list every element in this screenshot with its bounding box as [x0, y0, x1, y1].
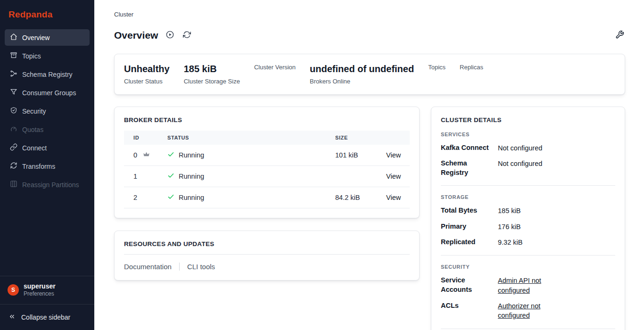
broker-details-title: BROKER DETAILS [124, 116, 410, 124]
sidebar-item-consumer-groups[interactable]: Consumer Groups [5, 84, 90, 101]
stat-cluster-status: Unhealthy Cluster Status [124, 64, 170, 85]
detail-label: Service Accounts [441, 276, 490, 295]
redpanda-logo[interactable]: Redpanda [0, 0, 94, 28]
col-header-id: ID [124, 131, 162, 145]
detail-value: 9.32 kiB [498, 238, 522, 247]
stat-topics: Topics [428, 64, 446, 71]
play-circle-icon [165, 30, 174, 41]
detail-label: Kafka Connect [441, 143, 490, 153]
detail-label: Schema Registry [441, 159, 490, 177]
detail-row: Primary 176 kiB [441, 222, 615, 231]
stat-value: undefined of undefined [310, 64, 414, 74]
breadcrumb[interactable]: Cluster [114, 11, 625, 18]
page-title: Overview [114, 30, 158, 41]
cli-tools-link[interactable]: CLI tools [187, 263, 215, 271]
stat-brokers-online: undefined of undefined Brokers Online [310, 64, 414, 85]
documentation-link[interactable]: Documentation [124, 263, 172, 271]
sidebar-item-label: Topics [22, 52, 41, 60]
controller-crown-icon [143, 151, 150, 159]
broker-id: 1 [133, 173, 137, 180]
broker-id: 2 [133, 194, 137, 201]
stat-cluster-storage-size: 185 kiB Cluster Storage Size [184, 64, 240, 85]
collapse-sidebar-label: Collapse sidebar [21, 314, 70, 321]
sidebar-item-topics[interactable]: Topics [5, 48, 90, 64]
settings-wrench-button[interactable] [614, 29, 625, 41]
check-icon [167, 151, 174, 159]
detail-row: Replicated 9.32 kiB [441, 238, 615, 247]
security-shield-icon [10, 107, 17, 116]
wrench-icon [615, 30, 624, 41]
storage-heading: STORAGE [441, 194, 615, 200]
sidebar-item-label: Consumer Groups [22, 89, 76, 97]
detail-value: Not configured [498, 143, 542, 153]
detail-row: Total Bytes 185 kiB [441, 206, 615, 215]
detail-label: Total Bytes [441, 206, 490, 215]
broker-status: Running [179, 194, 204, 201]
connect-link-icon [10, 143, 17, 152]
detail-value: 176 kiB [498, 222, 520, 231]
stat-label: Cluster Version [254, 64, 296, 71]
divider [441, 329, 615, 329]
sidebar-item-overview[interactable]: Overview [5, 29, 90, 46]
cluster-details-title: CLUSTER DETAILS [441, 116, 615, 124]
authorizer-not-configured-link[interactable]: Authorizer not configured [498, 301, 569, 321]
sidebar-item-security[interactable]: Security [5, 103, 90, 119]
user-section[interactable]: S superuser Preferences [0, 276, 94, 304]
refresh-button[interactable] [182, 30, 192, 41]
services-heading: SERVICES [441, 132, 615, 137]
check-icon [167, 193, 174, 202]
divider [441, 255, 615, 256]
broker-row: 2 Running 84.2 kiB View [124, 187, 410, 208]
broker-table: ID STATUS SIZE 0 Running 101 kiB View [124, 131, 410, 208]
broker-row: 1 Running View [124, 166, 410, 187]
detail-value: 185 kiB [498, 206, 520, 215]
consumer-groups-icon [10, 88, 17, 97]
vertical-separator [179, 263, 180, 271]
check-icon [167, 172, 174, 181]
stat-label: Cluster Storage Size [184, 78, 240, 85]
start-tour-button[interactable] [165, 29, 175, 41]
admin-api-not-configured-link[interactable]: Admin API not configured [498, 276, 569, 295]
resources-title: RESOURCES AND UPDATES [124, 240, 410, 248]
reassign-partitions-icon [10, 180, 17, 189]
security-heading: SECURITY [441, 264, 615, 270]
stat-value: 185 kiB [184, 64, 240, 74]
divider [441, 185, 615, 186]
col-header-status: STATUS [162, 131, 330, 145]
quotas-icon [10, 125, 17, 134]
sidebar-item-label: Overview [22, 34, 50, 41]
chevrons-left-icon [8, 313, 16, 322]
collapse-sidebar-button[interactable]: Collapse sidebar [0, 304, 94, 330]
detail-label: Replicated [441, 238, 490, 247]
sidebar-item-connect[interactable]: Connect [5, 140, 90, 156]
detail-value: Not configured [498, 159, 542, 177]
broker-details-card: BROKER DETAILS ID STATUS SIZE 0 Ru [114, 107, 420, 218]
broker-size [330, 166, 380, 187]
sidebar-item-label: Schema Registry [22, 71, 73, 78]
stat-label: Replicas [460, 64, 483, 71]
detail-row: Service Accounts Admin API not configure… [441, 276, 615, 295]
broker-size: 84.2 kiB [330, 187, 380, 208]
view-broker-link[interactable]: View [386, 173, 401, 180]
home-icon [10, 33, 17, 42]
detail-row: Schema Registry Not configured [441, 159, 615, 177]
detail-label: Primary [441, 222, 490, 231]
sidebar-item-label: Reassign Partitions [22, 181, 79, 189]
main-content: Cluster Overview Unhealthy Cluster Statu… [94, 0, 644, 330]
cluster-details-card: CLUSTER DETAILS SERVICES Kafka Connect N… [431, 107, 625, 330]
sidebar-item-transforms[interactable]: Transforms [5, 158, 90, 174]
detail-row: ACLs Authorizer not configured [441, 301, 615, 321]
view-broker-link[interactable]: View [386, 194, 401, 201]
stat-label: Topics [428, 64, 446, 71]
avatar: S [8, 284, 19, 296]
col-header-size: SIZE [330, 131, 380, 145]
schema-registry-icon [10, 70, 17, 79]
detail-row: Kafka Connect Not configured [441, 143, 615, 153]
sidebar-item-schema-registry[interactable]: Schema Registry [5, 66, 90, 82]
resources-card: RESOURCES AND UPDATES Documentation CLI … [114, 231, 420, 280]
preferences-link[interactable]: Preferences [24, 290, 56, 298]
stat-value: Unhealthy [124, 64, 170, 74]
stat-cluster-version: Cluster Version [254, 64, 296, 71]
view-broker-link[interactable]: View [386, 151, 401, 159]
sidebar-nav: Overview Topics Schema Registry Consumer… [0, 28, 94, 276]
